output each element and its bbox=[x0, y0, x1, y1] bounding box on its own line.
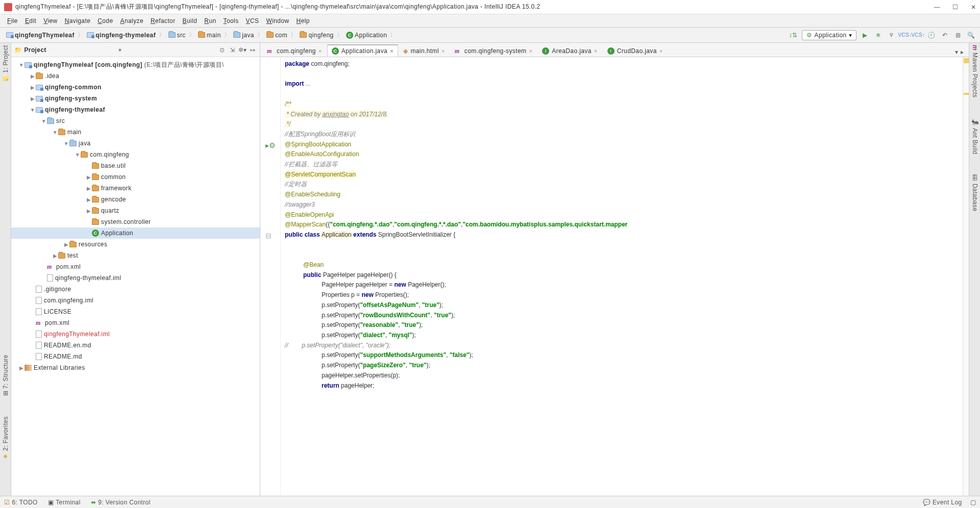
minimize-button[interactable]: ― bbox=[934, 4, 940, 11]
status-vcs[interactable]: ⬌9: Version Control bbox=[91, 499, 151, 506]
tree-row[interactable]: ▶.idea bbox=[11, 70, 260, 82]
editor-tab[interactable]: CApplication.java× bbox=[327, 44, 398, 57]
tree-row[interactable]: ▶gencode bbox=[11, 194, 260, 205]
fold-icon[interactable]: ⊟ bbox=[265, 232, 272, 240]
search-icon[interactable]: 🔍 bbox=[967, 31, 976, 40]
menu-view[interactable]: View bbox=[40, 16, 60, 26]
collapse-icon[interactable]: ⇲ bbox=[228, 46, 236, 54]
tree-row[interactable]: CApplication bbox=[11, 227, 260, 239]
tool-ant[interactable]: 🐜Ant Build bbox=[971, 118, 978, 154]
code-body[interactable]: package com.qingfeng; import ... /** * C… bbox=[281, 57, 963, 496]
tree-row[interactable]: ▼java bbox=[11, 138, 260, 149]
tree-arrow-icon[interactable]: ▶ bbox=[30, 96, 36, 101]
tree-row[interactable]: com.qingfeng.iml bbox=[11, 295, 260, 306]
tree-arrow-icon[interactable]: ▼ bbox=[30, 107, 36, 113]
tree-arrow-icon[interactable]: ▶ bbox=[86, 174, 92, 180]
menu-navigate[interactable]: Navigate bbox=[62, 16, 94, 26]
menu-code[interactable]: Code bbox=[94, 16, 116, 26]
project-view-icon[interactable]: 📁 bbox=[14, 46, 22, 54]
breadcrumb-item[interactable]: qingfeng-thymeleaf bbox=[85, 32, 158, 39]
tree-arrow-icon[interactable]: ▶ bbox=[30, 73, 36, 79]
debug-button[interactable]: ⛯ bbox=[874, 31, 883, 40]
structure-icon[interactable]: ⊞ bbox=[953, 31, 963, 40]
editor-tab[interactable]: mcom.qingfeng× bbox=[262, 45, 327, 57]
maximize-button[interactable]: ☐ bbox=[952, 4, 958, 11]
coverage-button[interactable]: ⛛ bbox=[887, 31, 896, 40]
status-terminal[interactable]: ▣Terminal bbox=[48, 499, 81, 506]
tree-arrow-icon[interactable]: ▼ bbox=[63, 141, 69, 146]
editor-tab[interactable]: ICrudDao.java× bbox=[603, 45, 668, 57]
tool-structure[interactable]: ⊞7: Structure bbox=[2, 354, 9, 396]
vcs-update-icon[interactable]: VCS↓ bbox=[900, 31, 910, 40]
run-button[interactable]: ▶ bbox=[861, 31, 870, 40]
tool-maven[interactable]: mMaven Projects bbox=[971, 45, 978, 97]
menu-edit[interactable]: Edit bbox=[22, 16, 39, 26]
tree-row[interactable]: .gitignore bbox=[11, 284, 260, 295]
tree-row[interactable]: mpom.xml bbox=[11, 261, 260, 272]
menu-refactor[interactable]: Refactor bbox=[148, 16, 179, 26]
tree-arrow-icon[interactable]: ▶ bbox=[86, 208, 92, 214]
breadcrumb-item[interactable]: src bbox=[166, 32, 188, 39]
chevron-down-icon[interactable]: ▾ bbox=[118, 46, 121, 54]
run-gutter-icon[interactable]: ▸⚙ bbox=[265, 141, 276, 149]
status-corner-icon[interactable]: ▢ bbox=[970, 499, 976, 506]
sync-icon[interactable]: ↕⇅ bbox=[789, 31, 798, 40]
editor-tab[interactable]: IAreaDao.java× bbox=[537, 45, 602, 57]
close-tab-icon[interactable]: × bbox=[318, 48, 322, 54]
breadcrumb-item[interactable]: CApplication bbox=[344, 32, 389, 39]
tool-project[interactable]: 📁1: Project bbox=[2, 45, 9, 83]
menu-window[interactable]: Window bbox=[263, 16, 292, 26]
close-tab-icon[interactable]: × bbox=[529, 48, 532, 54]
status-todo[interactable]: ☑6: TODO bbox=[4, 499, 38, 506]
tree-row[interactable]: base.util bbox=[11, 160, 260, 171]
tree-row[interactable]: ▼com.qingfeng bbox=[11, 149, 260, 160]
breadcrumb-item[interactable]: qingfeng bbox=[298, 32, 335, 39]
tree-arrow-icon[interactable]: ▶ bbox=[86, 197, 92, 202]
breadcrumb-item[interactable]: qingfengThymeleaf bbox=[4, 32, 77, 39]
tree-arrow-icon[interactable]: ▼ bbox=[52, 130, 58, 135]
project-tree[interactable]: ▼qingfengThymeleaf [com.qingfeng] (E:\项目… bbox=[11, 57, 260, 496]
editor-tab[interactable]: ◆main.html× bbox=[399, 45, 450, 57]
menu-analyze[interactable]: Analyze bbox=[117, 16, 147, 26]
tree-row[interactable]: ▶framework bbox=[11, 183, 260, 194]
tool-favorites[interactable]: ★2: Favorites bbox=[2, 416, 9, 460]
tabs-more-icon[interactable]: ▾ ▸ bbox=[952, 47, 967, 57]
close-tab-icon[interactable]: × bbox=[594, 48, 598, 54]
breadcrumb-item[interactable]: com bbox=[264, 32, 289, 39]
tree-arrow-icon[interactable]: ▶ bbox=[63, 242, 69, 247]
tree-arrow-icon[interactable]: ▶ bbox=[52, 253, 58, 259]
tree-row[interactable]: system.controller bbox=[11, 216, 260, 227]
tree-row[interactable]: ▶quartz bbox=[11, 205, 260, 216]
tree-row[interactable]: ▶qingfeng-common bbox=[11, 82, 260, 93]
close-tab-icon[interactable]: × bbox=[442, 48, 445, 54]
tree-arrow-icon[interactable]: ▶ bbox=[30, 85, 36, 90]
tree-row[interactable]: ▶qingfeng-system bbox=[11, 93, 260, 104]
menu-build[interactable]: Build bbox=[180, 16, 201, 26]
tree-row[interactable]: qingfeng-thymeleaf.iml bbox=[11, 272, 260, 284]
tree-row[interactable]: ▶common bbox=[11, 171, 260, 183]
tree-row[interactable]: ▶test bbox=[11, 250, 260, 261]
close-button[interactable]: ✕ bbox=[971, 4, 976, 11]
menu-vcs[interactable]: VCS bbox=[243, 16, 262, 26]
tree-row[interactable]: ▼main bbox=[11, 126, 260, 138]
tool-database[interactable]: 🗄Database bbox=[971, 174, 978, 211]
menu-run[interactable]: Run bbox=[201, 16, 219, 26]
menu-tools[interactable]: Tools bbox=[220, 16, 242, 26]
gear-icon[interactable]: ✲▾ bbox=[238, 46, 247, 54]
tree-row[interactable]: ▼src bbox=[11, 115, 260, 126]
tree-arrow-icon[interactable]: ▼ bbox=[41, 118, 47, 124]
tree-arrow-icon[interactable]: ▼ bbox=[75, 152, 81, 158]
close-tab-icon[interactable]: × bbox=[659, 48, 663, 54]
vcs-history-icon[interactable]: 🕘 bbox=[927, 31, 936, 40]
tree-arrow-icon[interactable]: ▼ bbox=[18, 62, 24, 68]
undo-icon[interactable]: ↶ bbox=[940, 31, 949, 40]
scroll-to-icon[interactable]: ⊙ bbox=[218, 46, 226, 54]
tree-row[interactable]: ▼qingfengThymeleaf [com.qingfeng] (E:\项目… bbox=[11, 59, 260, 70]
run-config-combo[interactable]: ⚙ Application ▾ bbox=[802, 30, 856, 40]
editor-tab[interactable]: mcom.qingfeng-system× bbox=[450, 45, 537, 57]
tree-row[interactable]: qingfengThymeleaf.iml bbox=[11, 328, 260, 340]
tree-row[interactable]: ▶resources bbox=[11, 239, 260, 250]
tree-arrow-icon[interactable]: ▶ bbox=[86, 186, 92, 191]
hide-icon[interactable]: ↦ bbox=[249, 46, 257, 54]
close-tab-icon[interactable]: × bbox=[390, 48, 394, 54]
